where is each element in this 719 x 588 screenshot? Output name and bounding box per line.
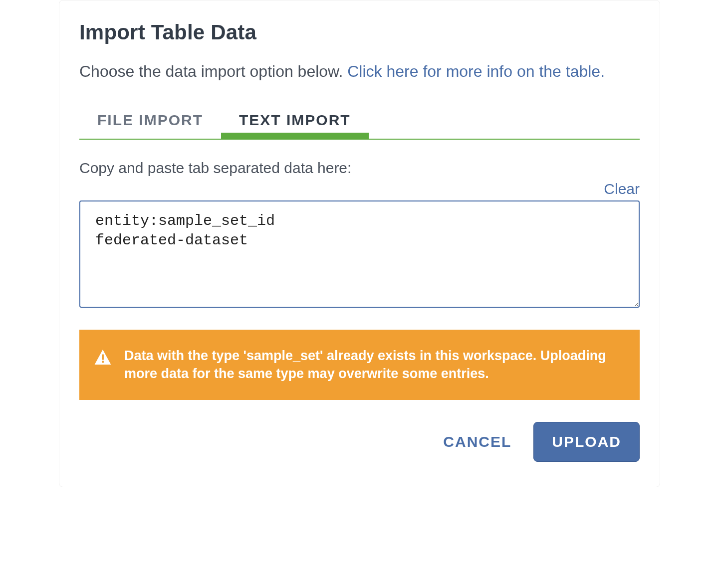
import-tabs: FILE IMPORT TEXT IMPORT <box>79 104 640 140</box>
svg-rect-1 <box>102 361 104 363</box>
more-info-link[interactable]: Click here for more info on the table. <box>347 62 605 80</box>
import-table-data-dialog: Import Table Data Choose the data import… <box>59 0 660 487</box>
warning-icon <box>94 347 111 369</box>
warning-banner: Data with the type 'sample_set' already … <box>79 330 640 400</box>
paste-textarea[interactable] <box>79 200 640 308</box>
cancel-button[interactable]: CANCEL <box>438 424 516 459</box>
clear-link[interactable]: Clear <box>604 181 640 197</box>
dialog-title: Import Table Data <box>79 20 640 44</box>
subtitle-text: Choose the data import option below. <box>79 62 347 80</box>
svg-rect-0 <box>102 354 104 360</box>
paste-label: Copy and paste tab separated data here: <box>79 160 640 177</box>
tab-text-import[interactable]: TEXT IMPORT <box>221 104 369 139</box>
tab-file-import[interactable]: FILE IMPORT <box>79 104 221 139</box>
dialog-actions: CANCEL UPLOAD <box>79 422 640 462</box>
upload-button[interactable]: UPLOAD <box>533 422 640 462</box>
warning-text: Data with the type 'sample_set' already … <box>124 347 625 383</box>
dialog-subtitle: Choose the data import option below. Cli… <box>79 60 640 83</box>
clear-row: Clear <box>79 181 640 197</box>
